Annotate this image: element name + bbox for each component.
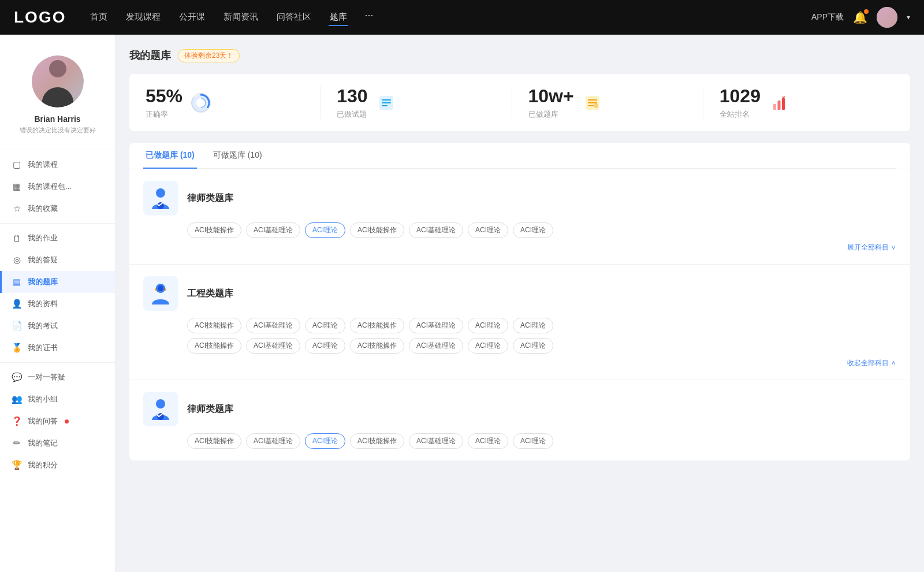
sidebar-item-label: 我的证书 [28,343,58,353]
bank-tag-selected[interactable]: ACI理论 [305,433,345,449]
sidebar-item-notes[interactable]: ✏ 我的笔记 [0,432,115,454]
sidebar-item-profile[interactable]: 👤 我的资料 [0,293,115,315]
svg-rect-11 [773,104,776,110]
bank-tag[interactable]: ACI理论 [305,318,345,333]
svg-rect-5 [382,105,388,106]
bank-tag[interactable]: ACI基础理论 [409,318,463,333]
bank-expand-button-1[interactable]: 展开全部科目 ∨ [847,243,896,252]
sidebar-item-label: 我的课程 [28,159,58,170]
stat-rank-text: 1029 全站排名 [720,86,761,120]
nav-app-download[interactable]: APP下载 [811,12,844,23]
page-title: 我的题库 [129,49,171,62]
bank-tag[interactable]: ACI技能操作 [350,222,404,238]
stat-banks-value: 10w+ [528,86,574,107]
svg-point-14 [156,188,165,198]
sidebar-item-homework[interactable]: 🗒 我的作业 [0,227,115,249]
bank-card-lawyer-2: 律师类题库 ACI技能操作 ACI基础理论 ACI理论 ACI技能操作 ACI基… [129,380,910,460]
done-banks-icon [582,92,603,113]
svg-rect-12 [777,101,780,110]
bank-tag[interactable]: ACI基础理论 [246,433,300,449]
svg-rect-7 [588,99,597,101]
bank-tag[interactable]: ACI理论 [513,318,553,333]
sidebar-item-label: 我的考试 [28,321,58,331]
nav-right: APP下载 🔔 ▾ [811,7,910,28]
bank-tag[interactable]: ACI基础理论 [409,222,463,238]
bank-tag[interactable]: ACI基础理论 [409,338,463,354]
bank-tag[interactable]: ACI技能操作 [187,338,241,354]
sidebar-item-label: 我的小组 [28,394,58,404]
sidebar-divider-2 [0,362,115,363]
sidebar-item-exams[interactable]: 📄 我的考试 [0,315,115,337]
stat-done-text: 130 已做试题 [337,86,367,120]
bank-title-lawyer-1: 律师类题库 [187,192,233,205]
bank-tag[interactable]: ACI基础理论 [246,338,300,354]
bank-tag[interactable]: ACI基础理论 [246,318,300,333]
sidebar-item-my-courses[interactable]: ▢ 我的课程 [0,154,115,176]
stat-site-rank: 1029 全站排名 [703,86,894,120]
cert-icon: 🏅 [12,343,22,353]
nav-link-bank[interactable]: 题库 [329,9,348,26]
sidebar-item-label: 我的收藏 [28,203,58,214]
sidebar-menu: ▢ 我的课程 ▦ 我的课程包... ☆ 我的收藏 🗒 我的作业 ◎ 我的答疑 ▤ [0,154,115,476]
sidebar-item-points[interactable]: 🏆 我的积分 [0,454,115,476]
nav-link-home[interactable]: 首页 [89,9,109,26]
bank-tag[interactable]: ACI理论 [468,433,508,449]
done-questions-icon [376,92,397,113]
stat-accuracy-value: 55% [146,86,182,107]
sidebar-item-one-on-one[interactable]: 💬 一对一答疑 [0,366,115,388]
sidebar-item-label: 我的作业 [28,233,58,243]
bank-tag[interactable]: ACI理论 [468,222,508,238]
bank-header-lawyer-1: 律师类题库 [143,181,896,216]
avatar-image [32,55,84,107]
bank-tag[interactable]: ACI基础理论 [409,433,463,449]
bank-title-engineer: 工程类题库 [187,288,233,300]
bank-tag[interactable]: ACI技能操作 [350,433,404,449]
stat-rank-value: 1029 [720,86,761,107]
bank-tag[interactable]: ACI理论 [513,222,553,238]
tab-done-banks[interactable]: 已做题库 (10) [143,143,197,169]
sidebar-item-certificates[interactable]: 🏅 我的证书 [0,337,115,359]
bank-tag[interactable]: ACI基础理论 [246,222,300,238]
bank-tag-selected[interactable]: ACI理论 [305,222,345,238]
sidebar-user-motto: 错误的决定比没有决定要好 [9,126,106,135]
bank-header-engineer: 工程类题库 [143,276,896,311]
nav-link-qa[interactable]: 问答社区 [275,9,312,26]
sidebar-item-question-bank[interactable]: ▤ 我的题库 [0,271,115,293]
bank-tag[interactable]: ACI技能操作 [187,433,241,449]
sidebar: Brian Harris 错误的决定比没有决定要好 ▢ 我的课程 ▦ 我的课程包… [0,35,116,572]
bank-tag[interactable]: ACI技能操作 [350,338,404,354]
content-area: 已做题库 (10) 可做题库 (10) [129,143,910,460]
bank-tag[interactable]: ACI理论 [513,338,553,354]
nav-link-open[interactable]: 公开课 [178,9,206,26]
bank-collapse-button[interactable]: 收起全部科目 ∧ [847,358,896,368]
nav-link-discover[interactable]: 发现课程 [125,9,162,26]
bank-tags-lawyer-2: ACI技能操作 ACI基础理论 ACI理论 ACI技能操作 ACI基础理论 AC… [143,433,896,449]
question-icon: ◎ [12,255,22,265]
page-header: 我的题库 体验剩余23天！ [129,49,910,62]
nav-link-news[interactable]: 新闻资讯 [222,9,259,26]
nav-chevron-down-icon[interactable]: ▾ [907,13,910,21]
bank-tag[interactable]: ACI理论 [468,338,508,354]
bank-tag[interactable]: ACI技能操作 [187,222,241,238]
sidebar-item-groups[interactable]: 👥 我的小组 [0,388,115,410]
stat-done-banks: 10w+ 已做题库 [512,86,703,120]
qa-notification-dot [65,419,69,424]
nav-bell[interactable]: 🔔 [853,10,867,24]
nav-avatar[interactable] [877,7,897,28]
sidebar-item-favorites[interactable]: ☆ 我的收藏 [0,198,115,220]
bank-tag[interactable]: ACI技能操作 [350,318,404,333]
svg-point-18 [158,285,163,291]
tab-available-banks[interactable]: 可做题库 (10) [211,143,264,169]
sidebar-item-course-packages[interactable]: ▦ 我的课程包... [0,176,115,198]
bank-tag[interactable]: ACI理论 [513,433,553,449]
sidebar-item-questions[interactable]: ◎ 我的答疑 [0,249,115,271]
bank-tag[interactable]: ACI技能操作 [187,318,241,333]
bank-card-engineer: 工程类题库 ACI技能操作 ACI基础理论 ACI理论 ACI技能操作 ACI基… [129,265,910,380]
bank-tag[interactable]: ACI理论 [468,318,508,333]
nav-more-dots[interactable]: ··· [364,9,373,26]
bank-header-lawyer-2: 律师类题库 [143,392,896,426]
course-icon: ▢ [12,159,22,170]
bank-tag[interactable]: ACI理论 [305,338,345,354]
sidebar-item-label: 我的笔记 [28,438,58,448]
sidebar-item-my-qa[interactable]: ❓ 我的问答 [0,410,115,432]
